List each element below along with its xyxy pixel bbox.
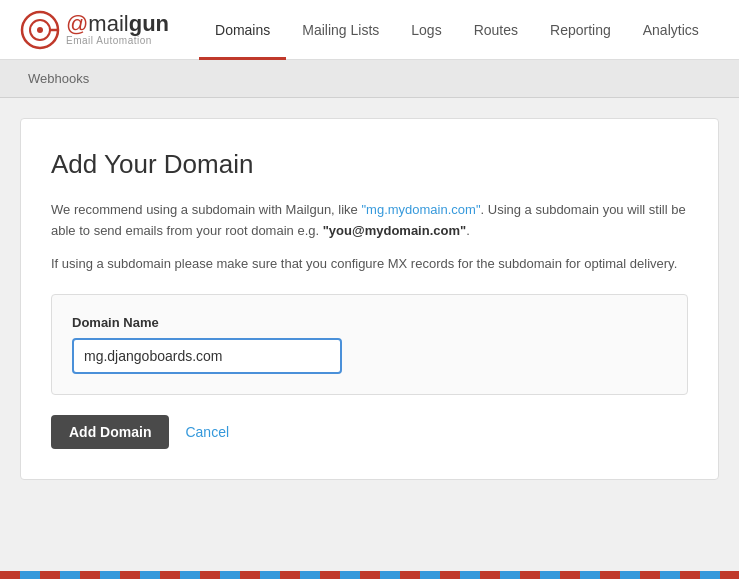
logo: @mailgun Email Automation — [20, 10, 169, 50]
nav-domains[interactable]: Domains — [199, 0, 286, 60]
logo-text: @mailgun Email Automation — [66, 13, 169, 46]
sub-nav: Webhooks — [0, 60, 739, 98]
page-title: Add Your Domain — [51, 149, 688, 180]
domain-form-box: Domain Name — [51, 294, 688, 395]
nav-logs[interactable]: Logs — [395, 0, 457, 60]
add-domain-button[interactable]: Add Domain — [51, 415, 169, 449]
example-subdomain: "mg.mydomain.com" — [361, 202, 480, 217]
mailgun-logo-icon — [20, 10, 60, 50]
subnav-webhooks[interactable]: Webhooks — [20, 71, 97, 86]
logo-name: @mailgun — [66, 13, 169, 35]
logo-subtitle: Email Automation — [66, 35, 169, 46]
nav-mailing-lists[interactable]: Mailing Lists — [286, 0, 395, 60]
main-content: Add Your Domain We recommend using a sub… — [0, 98, 739, 500]
bottom-border — [0, 571, 739, 579]
domain-name-label: Domain Name — [72, 315, 667, 330]
nav-items: Domains Mailing Lists Logs Routes Report… — [199, 0, 715, 59]
action-row: Add Domain Cancel — [51, 415, 688, 449]
top-nav: @mailgun Email Automation Domains Mailin… — [0, 0, 739, 60]
cancel-button[interactable]: Cancel — [185, 424, 229, 440]
domain-name-input[interactable] — [72, 338, 342, 374]
svg-point-3 — [37, 27, 43, 33]
description-line2: If using a subdomain please make sure th… — [51, 254, 688, 275]
example-email: "you@mydomain.com" — [323, 223, 466, 238]
add-domain-card: Add Your Domain We recommend using a sub… — [20, 118, 719, 480]
nav-analytics[interactable]: Analytics — [627, 0, 715, 60]
nav-reporting[interactable]: Reporting — [534, 0, 627, 60]
nav-routes[interactable]: Routes — [458, 0, 534, 60]
logo-at: @ — [66, 11, 88, 36]
description-line1: We recommend using a subdomain with Mail… — [51, 200, 688, 242]
